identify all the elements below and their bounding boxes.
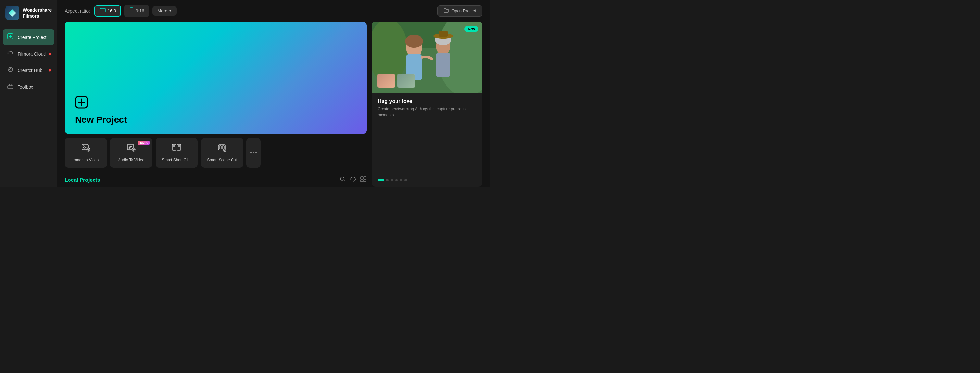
ellipsis-icon: ••• [250,149,257,156]
more-tools-button[interactable]: ••• [247,138,261,168]
sidebar-item-create-project[interactable]: Create Project [3,29,54,45]
main-content: Aspect ratio: 16:9 9:16 [57,0,490,187]
featured-image: New [372,22,482,93]
create-project-icon [7,33,14,41]
sidebar: Wondershare Filmora Create Project F [0,0,57,187]
svg-rect-29 [172,144,176,150]
tool-card-image-to-video[interactable]: Image to Video [65,138,107,168]
tool-card-label: Image to Video [73,158,99,163]
open-project-button[interactable]: Open Project [438,5,482,17]
svg-point-4 [10,69,11,70]
carousel-dot-4[interactable] [400,179,402,181]
creator-hub-icon [7,66,14,75]
featured-panel: New Hug your love Create heartwarming AI… [372,22,482,187]
svg-line-42 [344,180,345,181]
local-projects-title: Local Projects [65,177,100,183]
svg-rect-37 [223,146,224,149]
svg-rect-45 [361,179,363,182]
image-to-video-icon [81,143,90,154]
svg-rect-46 [364,179,366,182]
cards-row: New Project [65,22,482,187]
logo-diamond [9,10,16,17]
sidebar-item-filmora-cloud[interactable]: Filmora Cloud [3,46,54,62]
monitor-icon [100,8,105,14]
aspect-ratio-label: Aspect ratio: [65,8,90,14]
svg-rect-55 [436,52,450,77]
sidebar-item-label: Create Project [18,35,46,40]
carousel-dot-3[interactable] [395,179,398,181]
tool-card-audio-to-video[interactable]: BETA Audio To [110,138,152,168]
sidebar-item-label: Creator Hub [18,68,42,73]
featured-title: Hug your love [378,98,476,104]
notification-dot [49,52,51,55]
aspect-btn-16-9[interactable]: 16:9 [94,5,121,17]
svg-point-41 [340,177,344,181]
tool-card-label: Smart Short Cli... [162,158,191,163]
new-project-plus-icon [75,96,356,111]
content-area: New Project [57,22,490,187]
tool-card-label: Audio To Video [118,158,144,163]
local-projects-header: Local Projects [65,171,367,187]
sidebar-item-creator-hub[interactable]: Creator Hub [3,62,54,78]
thumbnail-2 [397,74,415,88]
svg-rect-30 [177,144,181,150]
sidebar-item-label: Toolbox [18,84,33,90]
toolbox-icon [7,83,14,91]
phone-icon [130,8,134,14]
audio-to-video-icon [127,143,136,154]
svg-point-53 [405,35,423,48]
carousel-dot-0[interactable] [378,179,384,181]
svg-rect-58 [439,31,448,37]
new-project-title: New Project [75,114,356,125]
smart-short-clip-icon [172,143,181,154]
aspect-label-9-16: 9:16 [136,8,144,13]
notification-dot [49,69,51,71]
thumbnail-strip [377,74,415,88]
sidebar-item-label: Filmora Cloud [18,51,46,57]
carousel-dots [372,179,482,187]
new-project-section: New Project [65,22,367,187]
open-project-label: Open Project [451,8,476,13]
logo-icon [5,6,19,20]
more-label: More [158,8,167,13]
folder-icon [444,8,449,14]
tool-cards-row: Image to Video BETA [65,138,367,168]
aspect-ratio-group: Aspect ratio: 16:9 9:16 [65,5,177,17]
aspect-label-16-9: 16:9 [108,8,116,13]
svg-point-25 [130,147,132,148]
grid-view-icon[interactable] [360,176,367,184]
featured-description: Create heartwarming AI hugs that capture… [378,106,476,118]
aspect-btn-9-16[interactable]: 9:16 [124,5,149,17]
smart-scene-cut-icon [218,143,227,154]
sidebar-item-toolbox[interactable]: Toolbox [3,79,54,95]
svg-point-19 [83,146,84,147]
chevron-down-icon: ▾ [169,8,172,13]
featured-info: Hug your love Create heartwarming AI hug… [372,93,482,179]
refresh-icon[interactable] [350,176,356,184]
carousel-dot-5[interactable] [404,179,407,181]
app-logo: Wondershare Filmora [0,0,57,27]
tool-card-label: Smart Scene Cut [207,158,237,163]
svg-rect-43 [361,176,363,179]
topbar: Aspect ratio: 16:9 9:16 [57,0,490,22]
new-project-card[interactable]: New Project [65,22,367,134]
local-projects-actions [339,176,367,184]
more-button[interactable]: More ▾ [152,6,177,16]
svg-rect-11 [100,8,105,12]
tool-card-smart-short-clip[interactable]: Smart Short Cli... [156,138,198,168]
beta-badge: BETA [138,141,150,145]
svg-point-24 [129,148,130,149]
cloud-icon [7,50,14,58]
svg-rect-36 [219,146,221,149]
svg-rect-44 [364,176,366,179]
new-badge: New [465,25,478,32]
thumbnail-1 [377,74,395,88]
carousel-dot-1[interactable] [386,179,389,181]
app-name: Wondershare Filmora [23,7,52,19]
carousel-dot-2[interactable] [391,179,393,181]
search-icon[interactable] [339,176,346,184]
tool-card-smart-scene-cut[interactable]: Smart Scene Cut [201,138,243,168]
sidebar-nav: Create Project Filmora Cloud [0,27,57,97]
